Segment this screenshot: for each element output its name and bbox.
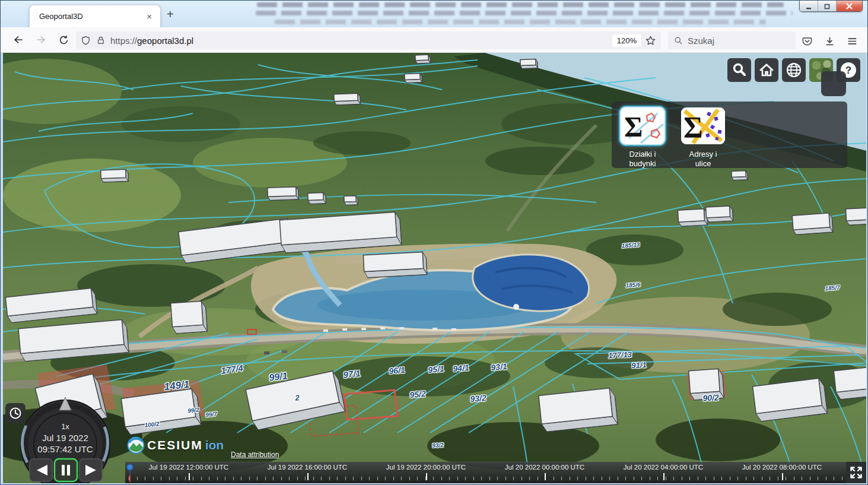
shield-icon[interactable] — [81, 36, 91, 46]
timeline-minor-tick — [746, 477, 746, 480]
page-zoom-indicator[interactable]: 120% — [612, 34, 641, 47]
search-bar[interactable]: Szukaj — [668, 31, 796, 49]
fullscreen-button[interactable] — [846, 462, 866, 483]
timeline-minor-tick — [233, 477, 234, 480]
timeline-minor-tick — [698, 477, 698, 480]
maximize-icon — [824, 3, 831, 10]
timeline-minor-tick — [577, 477, 578, 480]
timeline-major-tick — [426, 473, 427, 480]
scene-mode-globe-button[interactable] — [782, 58, 806, 82]
dzialki-budynki-icon[interactable]: Σ — [621, 107, 664, 144]
timeline-minor-tick — [257, 477, 257, 480]
url-scheme: https:// — [110, 36, 137, 46]
timeline-minor-tick — [449, 477, 450, 480]
timeline-minor-tick — [265, 477, 266, 480]
timeline-minor-tick — [673, 477, 674, 480]
timeline-minor-tick — [802, 477, 802, 480]
menu-icon[interactable] — [842, 31, 861, 50]
timeline-minor-tick — [137, 477, 138, 480]
timeline-minor-tick — [609, 477, 610, 480]
close-icon — [845, 2, 853, 10]
timeline-minor-tick — [377, 477, 378, 480]
svg-text:Σ: Σ — [624, 111, 643, 142]
forward-button[interactable] — [31, 30, 50, 49]
timeline-major-tick — [663, 473, 664, 480]
timeline-tick-label: Jul 20 2022 00:00:00 UTC — [505, 464, 584, 471]
toolbar-right — [797, 31, 861, 50]
timeline-minor-tick — [337, 477, 338, 480]
timeline-tick-label: Jul 19 2022 20:00:00 UTC — [386, 464, 466, 471]
timeline-minor-tick — [345, 477, 346, 480]
timeline-minor-tick — [425, 477, 426, 480]
cesium-credit[interactable]: CESIUM ion — [127, 436, 224, 454]
back-button[interactable] — [9, 30, 28, 49]
bookmark-star-icon[interactable] — [645, 35, 656, 46]
search-icon — [732, 62, 747, 78]
downloads-icon[interactable] — [820, 31, 839, 50]
minimize-button[interactable] — [800, 1, 818, 12]
timeline-minor-tick — [289, 477, 290, 480]
back-icon — [12, 34, 24, 46]
timeline-minor-tick — [834, 477, 834, 480]
layer-picker-dropdown-panel[interactable] — [821, 71, 846, 96]
background-window-text — [275, 20, 766, 24]
tab-close-icon[interactable]: × — [144, 11, 154, 21]
timeline-minor-tick — [193, 477, 193, 480]
timeline-minor-tick — [465, 477, 466, 480]
window-controls — [799, 1, 863, 12]
cesium-brand: CESIUM — [147, 438, 203, 452]
url-text[interactable]: https://geoportal3d.pl — [110, 36, 612, 46]
pause-button[interactable] — [55, 459, 77, 481]
timeline-minor-tick — [634, 477, 634, 480]
timeline-minor-tick — [602, 477, 602, 480]
reload-icon — [58, 34, 69, 46]
timeline-minor-tick — [273, 477, 274, 480]
timeline-minor-tick — [417, 477, 418, 480]
browser-window: Geoportal3D × + http — [0, 0, 868, 485]
home-button[interactable] — [755, 58, 778, 82]
timeline-minor-tick — [161, 477, 161, 480]
timeline-minor-tick — [778, 477, 778, 480]
timeline-minor-tick — [217, 477, 218, 480]
play-reverse-button[interactable] — [30, 459, 52, 481]
timeline-minor-tick — [249, 477, 250, 480]
timeline-minor-tick — [169, 477, 170, 480]
pocket-icon[interactable] — [797, 31, 816, 50]
timeline-minor-tick — [513, 477, 514, 480]
timeline-major-tick — [782, 473, 783, 480]
timeline-minor-tick — [433, 477, 434, 480]
url-bar[interactable]: https://geoportal3d.pl 120% — [76, 31, 661, 49]
reload-button[interactable] — [54, 30, 73, 49]
animation-speed: 1x — [61, 422, 69, 431]
adresy-ulice-icon[interactable]: Σ — [681, 107, 725, 144]
data-attribution-link[interactable]: Data attribution — [231, 451, 279, 459]
title-bar: Geoportal3D × + — [1, 1, 867, 27]
map-canvas[interactable]: 177/4149/199/197/196/195/194/193/195/293… — [3, 53, 866, 483]
play-forward-button[interactable] — [80, 459, 102, 481]
timeline-minor-tick — [538, 477, 538, 480]
timeline-minor-tick — [561, 477, 562, 480]
new-tab-button[interactable]: + — [167, 8, 174, 21]
browser-tab[interactable]: Geoportal3D × — [29, 5, 161, 27]
timeline-minor-tick — [570, 477, 570, 480]
timeline-minor-tick — [209, 477, 209, 480]
timeline-minor-tick — [641, 477, 642, 480]
timeline-minor-tick — [313, 477, 314, 480]
timeline-scrubber[interactable] — [126, 463, 134, 483]
tab-title: Geoportal3D — [39, 12, 144, 21]
lock-icon[interactable] — [96, 36, 106, 45]
geocoder-search-button[interactable] — [727, 58, 751, 82]
timeline-minor-tick — [737, 477, 738, 480]
globe-icon — [786, 62, 802, 78]
timeline[interactable]: Jul 19 2022 12:00:00 UTCJul 19 2022 16:0… — [125, 462, 846, 483]
timeline-minor-tick — [321, 477, 322, 480]
layer-option-dzialki-budynki[interactable]: Σ Działki i budynki — [616, 107, 669, 162]
layer-option-adresy-ulice[interactable]: Σ Adresy i ulice — [677, 107, 729, 162]
cesium-ion: ion — [205, 438, 224, 452]
timeline-minor-tick — [385, 477, 386, 480]
timeline-minor-tick — [241, 477, 241, 480]
timeline-tick-label: Jul 19 2022 16:00:00 UTC — [268, 464, 347, 471]
maximize-button[interactable] — [818, 1, 837, 12]
close-button[interactable] — [837, 1, 862, 12]
layer-panel: Σ Działki i budynki — [612, 102, 847, 168]
